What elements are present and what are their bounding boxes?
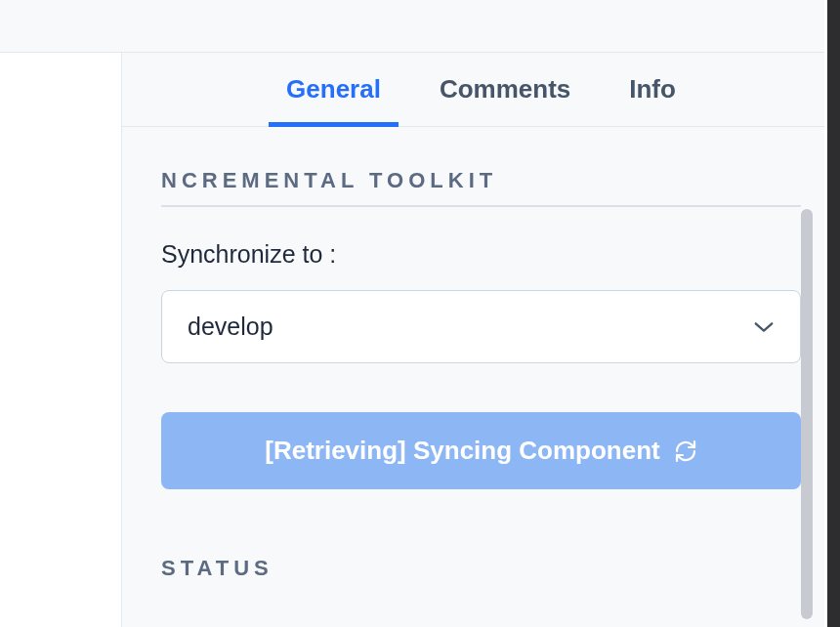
sync-icon bbox=[674, 439, 697, 463]
sync-button[interactable]: [Retrieving] Syncing Component bbox=[161, 412, 801, 489]
tab-info[interactable]: Info bbox=[629, 74, 676, 126]
tab-comments[interactable]: Comments bbox=[440, 74, 570, 126]
tab-general[interactable]: General bbox=[286, 74, 381, 126]
window-edge bbox=[824, 0, 840, 627]
status-section-title: STATUS bbox=[161, 556, 801, 581]
detail-panel: General Comments Info NCREMENTAL TOOLKIT… bbox=[122, 53, 840, 627]
panel-content: NCREMENTAL TOOLKIT Synchronize to : deve… bbox=[122, 127, 840, 627]
synchronize-label: Synchronize to : bbox=[161, 240, 801, 269]
left-sidebar bbox=[0, 53, 122, 627]
branch-select-value: develop bbox=[188, 313, 273, 341]
tabs-container: General Comments Info bbox=[122, 53, 840, 127]
main-area: General Comments Info NCREMENTAL TOOLKIT… bbox=[0, 53, 840, 627]
top-bar bbox=[0, 0, 840, 53]
branch-select[interactable]: develop bbox=[161, 290, 801, 363]
chevron-down-icon bbox=[753, 320, 775, 334]
right-scrollbar[interactable] bbox=[801, 209, 813, 619]
sync-button-label: [Retrieving] Syncing Component bbox=[265, 436, 659, 466]
toolkit-section-title: NCREMENTAL TOOLKIT bbox=[161, 168, 801, 207]
